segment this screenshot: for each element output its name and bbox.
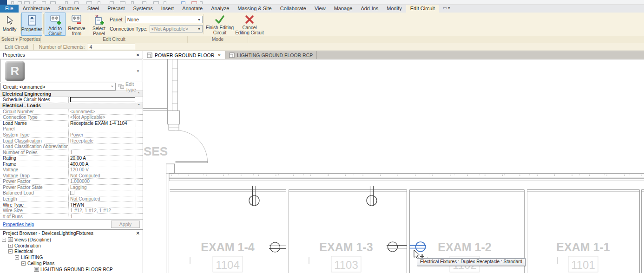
tree-item-label: LIGHTING GROUND FLOOR RCP [40,267,113,272]
close-icon[interactable]: ✕ [136,52,140,58]
property-value: Not Computed [69,173,136,179]
quick-access-toolbar [0,0,644,5]
tab-insert[interactable]: Insert [157,5,178,13]
options-bar: Edit Circuit Number of Elements: 4 [0,43,644,51]
receptacle-top-exam14[interactable] [249,186,259,206]
qat-button[interactable] [142,1,146,4]
qat-button[interactable] [98,1,100,4]
view-tab-power-ground-floor[interactable]: POWER GROUND FLOOR✕ [143,51,225,59]
tree-item-views-discipline-[interactable]: −◎Views (Discipline) [0,237,143,243]
properties-button[interactable]: Properties [21,13,42,36]
qat-button[interactable] [74,1,79,4]
door-swing-arc [176,130,208,162]
qat-button[interactable] [131,1,134,4]
tree-expander-icon[interactable]: − [21,261,26,266]
property-label: Wire Size [0,208,69,214]
focused-text-input[interactable] [70,97,135,102]
tree-expander-icon[interactable]: − [8,249,13,254]
property-value [69,144,136,150]
tab-massing-site[interactable]: Massing & Site [233,5,276,13]
type-selector[interactable]: R ▼ [0,59,142,82]
qat-button[interactable] [164,1,166,4]
tree-item-coordination[interactable]: +Coordination [0,243,143,249]
tab-collaborate[interactable]: Collaborate [276,5,310,13]
section-header[interactable]: Electrical Engineering⌃ [0,91,143,97]
qat-button[interactable] [181,1,185,4]
remove-from-circuit-button[interactable]: Remove from Circuit [66,13,88,36]
tab-architecture[interactable]: Architecture [19,5,54,13]
receptacle-highlighted[interactable] [410,242,427,252]
edit-type-button[interactable]: Edit Type [116,83,143,91]
property-value[interactable]: THWN [69,202,136,208]
qat-button[interactable] [120,1,125,4]
view-tab-lighting-ground-floor-rcp[interactable]: LIGHTING GROUND FLOOR RCP [225,51,317,59]
apply-button[interactable]: Apply [111,221,140,228]
receptacle-side-exam13[interactable] [387,242,407,252]
chevron-down-icon: ˅ [111,84,113,89]
qat-button[interactable] [24,1,30,4]
finish-check-icon [214,14,226,25]
tree-item-electrical[interactable]: −Electrical [0,249,143,255]
number-of-elements-value[interactable]: 4 [87,44,135,50]
tab-structure[interactable]: Structure [54,5,83,13]
qat-button[interactable] [18,1,22,4]
property-value[interactable] [69,97,136,103]
property-label: Load Name [0,121,69,126]
tree-item-ceiling-plans[interactable]: −Ceiling Plans [0,260,143,266]
add-to-circuit-button[interactable]: Add to Circuit [45,13,66,36]
qat-button[interactable] [50,1,56,4]
tree-item-lighting[interactable]: −LIGHTING [0,254,143,260]
panel-dropdown[interactable]: None▼ [125,16,203,23]
tab-precast[interactable]: Precast [103,5,129,13]
instance-selector-combo[interactable]: Circuit: <unnamed> ˅ [0,83,116,91]
ribbon-display-toggle[interactable]: ▭ ▾ [443,5,450,13]
qat-button[interactable] [153,1,159,4]
receptacle-top-exam13[interactable] [367,186,377,206]
select-panel-button[interactable]: Select Panel [90,13,108,36]
qat-button[interactable] [86,1,92,4]
tab-modify[interactable]: Modify [382,5,406,13]
property-value[interactable]: Receptacle EXAM 1-4 1104 [69,121,136,126]
close-icon[interactable]: ✕ [217,53,221,58]
qat-button[interactable] [65,1,68,4]
drawing-area: POWER GROUND FLOOR✕LIGHTING GROUND FLOOR… [143,51,644,273]
property-label: Circuit Number [0,109,69,115]
qat-button[interactable] [191,1,197,4]
tree-expander-icon[interactable]: − [2,238,6,242]
property-value: 1 [69,214,136,219]
qat-button[interactable] [42,1,46,4]
finish-editing-circuit-button[interactable]: Finish Editing Circuit [205,13,235,36]
section-header[interactable]: Electrical - Loads⌃ [0,103,143,109]
tab-view[interactable]: View [310,5,330,13]
property-value[interactable]: 20.00 A [69,156,136,161]
qat-button[interactable] [110,1,114,4]
tab-manage[interactable]: Manage [330,5,357,13]
cancel-editing-circuit-button[interactable]: Cancel Editing Circuit [235,13,264,36]
select-panel-caption[interactable]: Select ▾ [0,36,20,43]
tab-edit-circuit[interactable]: Edit Circuit [406,5,439,13]
tree-expander-icon[interactable]: − [15,255,19,260]
properties-icon [26,14,38,26]
qat-button[interactable] [11,1,14,4]
tree-expander-icon[interactable]: + [8,244,13,248]
tab-steel[interactable]: Steel [83,5,103,13]
checkbox[interactable] [70,191,74,195]
tab-annotate[interactable]: Annotate [178,5,207,13]
collapse-icon: ⌃ [137,92,140,96]
connection-type-label: Connection Type: [110,26,148,32]
modify-button[interactable]: Modify [0,13,19,36]
tree-item-lighting-ground-floor-rcp[interactable]: ▦LIGHTING GROUND FLOOR RCP [0,266,143,273]
qat-button[interactable] [33,1,36,4]
properties-help-link[interactable]: Properties help [3,222,34,227]
tab-systems[interactable]: Systems [129,5,157,13]
tab-analyze[interactable]: Analyze [207,5,233,13]
floor-plan-icon [147,52,152,58]
qat-button[interactable] [200,1,203,4]
property-value[interactable]: 400.00 A [69,161,136,167]
tab-add-ins[interactable]: Add-Ins [356,5,382,13]
close-icon[interactable]: ✕ [136,230,140,236]
receptacle-side-exam14[interactable] [269,242,286,252]
property-value: Receptacle [69,138,136,143]
connection-type-dropdown[interactable]: <Not Applicable>▼ [150,25,203,32]
tab-file[interactable]: File [0,5,19,13]
